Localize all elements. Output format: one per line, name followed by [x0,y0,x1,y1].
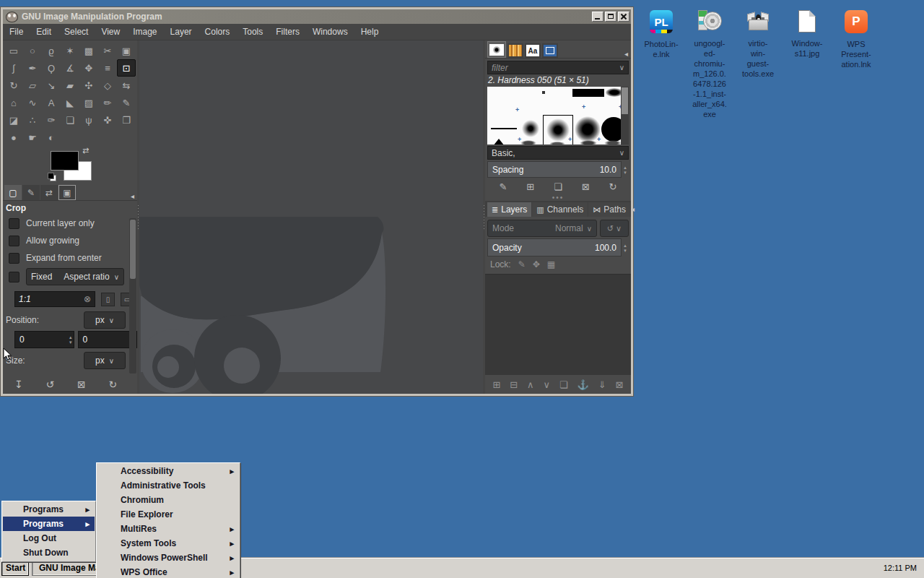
start-menu-item-log-out[interactable]: Log Out [3,531,95,545]
lock-pixels-icon[interactable]: ✎ [518,259,526,269]
tab-images[interactable]: ▣ [58,185,76,200]
heal-tool[interactable]: ✜ [98,111,117,129]
brush-swatch[interactable] [549,142,565,144]
edit-brush-icon[interactable]: ✎ [499,181,507,192]
tab-patterns[interactable] [507,43,523,58]
swap-colors-icon[interactable]: ⇄ [82,146,89,155]
refresh-brushes-icon[interactable]: ↻ [609,181,617,192]
position-unit-dropdown[interactable]: px ∨ [84,311,126,329]
perspective-tool[interactable]: ▰ [61,77,79,94]
tab-channels[interactable]: ▥ Channels [532,202,588,217]
fixed-dropdown[interactable]: Fixed Aspect ratio ∨ [26,268,124,285]
tab-undo-history[interactable]: ⇄ [40,185,58,200]
text-tool[interactable]: A [42,94,61,111]
submenu-item-windows-powershell[interactable]: Windows PowerShell [97,551,239,565]
lock-position-icon[interactable]: ✥ [533,259,540,269]
save-preset-icon[interactable]: ↧ [14,379,23,390]
menu-tools[interactable]: Tools [236,27,269,37]
default-colors-icon[interactable] [48,173,56,181]
submenu-item-chromium[interactable]: Chromium [97,493,239,507]
new-layer-icon[interactable]: ⊞ [492,379,500,390]
spinner-arrows-icon[interactable]: ▴▾ [622,238,629,256]
desktop-icon-virtio-win-guest-tools[interactable]: virtio- win- guest- tools.exe [734,9,782,79]
brush-swatch[interactable] [522,120,539,137]
gradient-tool[interactable]: ▨ [79,94,98,111]
start-menu-item-programs[interactable]: Programs [3,502,95,517]
new-brush-icon[interactable]: ⊞ [526,181,534,192]
brush-group-dropdown[interactable]: Basic, ∨ [487,146,629,160]
collapse-dock-icon[interactable]: ◂ [624,50,628,58]
menu-edit[interactable]: Edit [30,27,58,37]
delete-preset-icon[interactable]: ⊠ [77,379,86,390]
start-button[interactable]: Start [1,560,29,576]
brush-swatch[interactable] [491,128,517,129]
spinner-arrows-icon[interactable]: ▴▾ [69,335,74,345]
spacing-slider[interactable]: Spacing 10.0 [487,161,622,178]
minimize-button[interactable] [592,12,603,22]
dock-separator[interactable] [483,40,485,394]
tab-layers[interactable]: ≣ Layers [487,202,531,217]
option-allow-growing[interactable]: Allow growing [3,232,137,249]
collapse-dock-icon[interactable]: ◂ [631,205,635,213]
foreground-select-tool[interactable]: ▣ [117,42,136,59]
bucket-fill-tool[interactable]: ◣ [61,94,79,111]
lower-layer-icon[interactable]: ∨ [544,379,551,390]
brush-swatch[interactable] [493,139,505,144]
shear-tool[interactable]: ▱ [23,77,42,94]
rotate-tool[interactable]: ↻ [4,77,23,94]
brush-grid[interactable]: + + + + + + [487,87,629,144]
desktop-icon-ungoogled-chromium-installer[interactable]: ungoogl- ed- chromiu- m_126.0. 6478.126 … [686,9,733,119]
option-expand-from-center[interactable]: Expand from center [3,249,137,267]
anchor-layer-icon[interactable]: ⚓ [578,379,589,390]
submenu-item-multires[interactable]: MultiRes [97,522,239,536]
cage-transform-tool[interactable]: ⌂ [4,94,23,111]
desktop-icon-photoline[interactable]: PL PhotoLin- e.lnk [637,9,685,59]
raise-layer-icon[interactable]: ∧ [527,379,534,390]
brush-swatch[interactable] [572,89,604,97]
position-y-input[interactable]: 0 ▴▾ [78,331,138,348]
tab-fonts[interactable]: Aa [525,43,541,58]
brush-swatch[interactable] [580,140,597,144]
delete-brush-icon[interactable]: ⊠ [582,181,590,192]
menu-select[interactable]: Select [58,27,95,37]
duplicate-brush-icon[interactable]: ❏ [554,181,562,192]
foreground-color-swatch[interactable] [51,151,79,171]
titlebar[interactable]: GNU Image Manipulation Program [3,9,631,24]
brush-swatch[interactable] [520,140,536,144]
portrait-orientation-icon[interactable]: ▯ [101,293,115,306]
handle-transform-tool[interactable]: ✣ [79,77,98,94]
blur-sharpen-tool[interactable]: ● [4,129,23,146]
start-menu-item-programs-selected[interactable]: Programs [3,517,95,531]
free-select-tool[interactable]: ϱ [42,42,61,59]
tab-device-status[interactable]: ✎ [22,185,40,200]
menu-windows[interactable]: Windows [306,27,354,37]
position-x-input[interactable]: 0 ▴▾ [14,331,74,348]
flip-tool[interactable]: ⇆ [117,77,136,94]
align-tool[interactable]: ≡ [98,59,117,77]
brush-swatch[interactable] [542,91,545,94]
desktop-icon-wps-presentation[interactable]: P WPS Present- ation.lnk [832,9,880,69]
airbrush-tool[interactable]: ∴ [23,111,42,129]
menu-file[interactable]: File [3,27,30,37]
checkbox[interactable] [9,253,19,264]
brush-filter-input[interactable]: filter ∨ [487,61,629,74]
menu-image[interactable]: Image [126,27,163,37]
fuzzy-select-tool[interactable]: ✶ [61,42,79,59]
collapse-dock-icon[interactable]: ◂ [131,192,134,200]
submenu-item-accessibility[interactable]: Accessibility [97,464,239,478]
menu-view[interactable]: View [95,27,126,37]
tab-tool-options[interactable]: ▢ [4,185,22,200]
pencil-tool[interactable]: ✏ [98,94,117,111]
menu-layer[interactable]: Layer [164,27,199,37]
dodge-burn-tool[interactable]: ◐ [42,129,61,146]
checkbox[interactable] [9,218,19,229]
restore-preset-icon[interactable]: ↺ [45,379,54,390]
canvas-area[interactable] [139,40,483,394]
close-button[interactable] [618,12,629,22]
smudge-tool[interactable]: ☛ [23,129,42,146]
perspective-clone-tool[interactable]: ❐ [117,111,136,129]
layer-mode-dropdown[interactable]: Mode Normal ∨ [487,220,597,237]
opacity-slider[interactable]: Opacity 100.0 [487,238,622,256]
desktop-icon-windows11-jpg[interactable]: Window- s11.jpg [783,9,831,59]
lock-alpha-icon[interactable]: ▦ [547,259,555,269]
